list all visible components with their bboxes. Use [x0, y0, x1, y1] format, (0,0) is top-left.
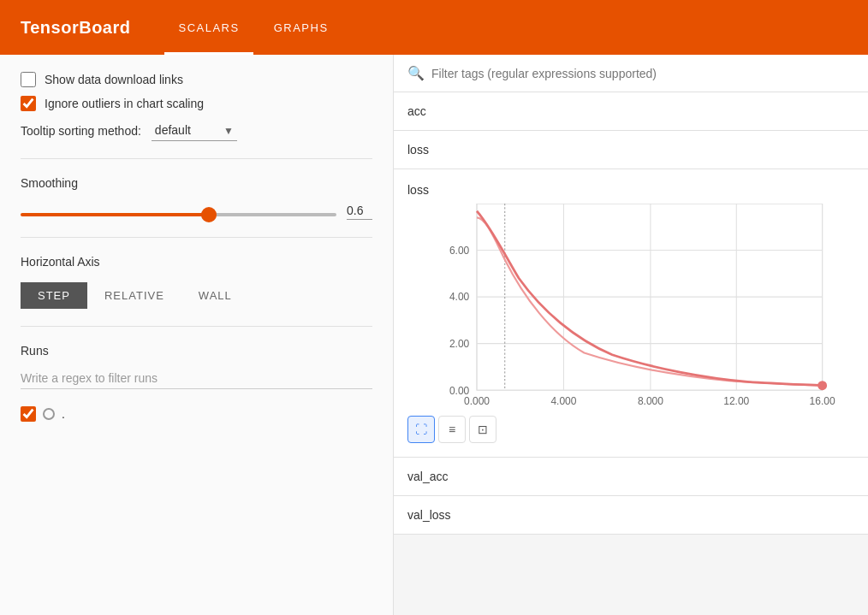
nav-graphs[interactable]: GRAPHS — [260, 0, 342, 55]
right-panel: 🔍 acc loss loss — [394, 55, 868, 615]
chart-area: 0.00 2.00 4.00 6.00 0.000 4.000 8.000 12… — [407, 204, 854, 409]
smoothing-value: 0.6 — [347, 204, 372, 220]
smoothing-title: Smoothing — [21, 176, 372, 190]
sidebar: Show data download links Ignore outliers… — [0, 55, 394, 615]
smoothing-slider[interactable] — [21, 213, 336, 216]
show-download-row[interactable]: Show data download links — [21, 72, 372, 87]
fit-range-button[interactable]: ⊡ — [469, 416, 496, 443]
runs-section: Runs . — [21, 344, 372, 422]
chart-svg: 0.00 2.00 4.00 6.00 0.000 4.000 8.000 12… — [407, 204, 854, 409]
svg-text:6.00: 6.00 — [449, 245, 470, 257]
runs-title: Runs — [21, 344, 372, 358]
tag-acc[interactable]: acc — [394, 92, 868, 131]
smoothing-slider-wrapper — [21, 205, 336, 219]
search-icon: 🔍 — [407, 65, 425, 81]
run-color-empty-dot — [43, 408, 55, 420]
svg-point-12 — [817, 381, 827, 390]
main-layout: Show data download links Ignore outliers… — [0, 55, 868, 615]
filter-input[interactable] — [431, 67, 854, 80]
app-logo: TensorBoard — [21, 18, 130, 38]
options-section: Show data download links Ignore outliers… — [21, 72, 372, 159]
runs-filter-input[interactable] — [21, 368, 372, 389]
horizontal-axis-section: Horizontal Axis STEP RELATIVE WALL — [21, 255, 372, 327]
axis-relative-button[interactable]: RELATIVE — [87, 282, 181, 309]
tooltip-row: Tooltip sorting method: default descendi… — [21, 120, 372, 141]
svg-text:16.00: 16.00 — [810, 395, 835, 407]
run-checkbox[interactable] — [21, 406, 36, 422]
run-row: . — [21, 406, 372, 422]
run-name: . — [62, 407, 65, 421]
svg-text:0.000: 0.000 — [464, 395, 490, 407]
tooltip-select[interactable]: default descending ascending nearest — [152, 120, 237, 141]
axis-wall-button[interactable]: WALL — [181, 282, 249, 309]
tag-loss-header[interactable]: loss — [394, 131, 868, 169]
tooltip-sorting-label: Tooltip sorting method: — [21, 124, 141, 138]
header: TensorBoard SCALARS GRAPHS — [0, 0, 868, 55]
tooltip-select-wrapper: default descending ascending nearest ▼ — [152, 120, 237, 141]
show-download-label: Show data download links — [45, 73, 183, 86]
tag-val-loss[interactable]: val_loss — [394, 496, 868, 535]
show-download-checkbox[interactable] — [21, 72, 36, 87]
chart-toolbar: ⛶ ≡ ⊡ — [407, 416, 854, 443]
horizontal-axis-title: Horizontal Axis — [21, 255, 372, 269]
toggle-lines-button[interactable]: ≡ — [438, 416, 466, 443]
ignore-outliers-row[interactable]: Ignore outliers in chart scaling — [21, 96, 372, 111]
main-nav: SCALARS GRAPHS — [164, 0, 342, 55]
tag-val-acc[interactable]: val_acc — [394, 458, 868, 496]
svg-text:8.000: 8.000 — [638, 395, 663, 407]
nav-scalars[interactable]: SCALARS — [164, 0, 253, 55]
smoothing-row: 0.6 — [21, 204, 372, 220]
svg-text:2.00: 2.00 — [449, 338, 470, 350]
ignore-outliers-label: Ignore outliers in chart scaling — [45, 97, 204, 110]
smoothing-section: Smoothing 0.6 — [21, 176, 372, 238]
svg-text:4.000: 4.000 — [550, 395, 576, 407]
svg-text:12.00: 12.00 — [723, 395, 749, 407]
axis-buttons: STEP RELATIVE WALL — [21, 282, 372, 309]
chart-card: loss — [394, 169, 868, 458]
filter-bar: 🔍 — [394, 55, 868, 92]
fit-domain-button[interactable]: ⛶ — [407, 416, 435, 443]
ignore-outliers-checkbox[interactable] — [21, 96, 36, 111]
chart-title: loss — [407, 183, 854, 197]
svg-text:4.00: 4.00 — [449, 291, 470, 303]
axis-step-button[interactable]: STEP — [21, 282, 87, 309]
